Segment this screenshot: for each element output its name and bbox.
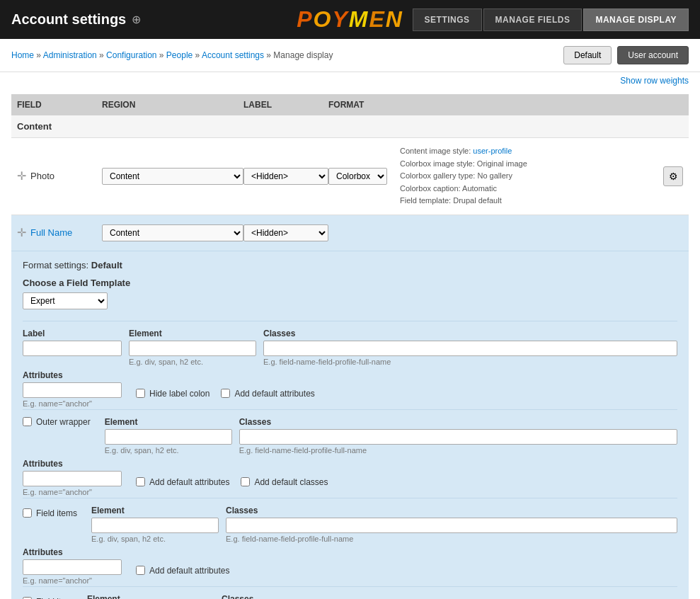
- row-weights-bar: Show row weights: [0, 72, 700, 89]
- classes-col-1: Classes E.g. field-name-field-profile-fu…: [263, 329, 677, 366]
- field-items-label[interactable]: Field items: [23, 508, 77, 518]
- format-settings-value: Default: [91, 260, 122, 270]
- content-section-label: Content: [11, 115, 689, 138]
- drag-handle-fullname[interactable]: ✛: [17, 226, 26, 239]
- items-element-input[interactable]: [91, 518, 219, 533]
- checkboxes-row-3: Add default attributes: [136, 563, 229, 576]
- breadcrumb-current: Manage display: [273, 50, 333, 60]
- col-format: FORMAT: [328, 100, 683, 110]
- attrs-input-3[interactable]: [23, 559, 122, 575]
- view-user-account-button[interactable]: User account: [617, 46, 689, 64]
- fullname-label-select[interactable]: <Hidden> Above Inline: [243, 224, 328, 241]
- nav-manage-display[interactable]: MANAGE DISPLAY: [583, 8, 689, 31]
- items-element-hint: E.g. div, span, h2 etc.: [91, 535, 219, 543]
- item-element-classes-row: Element E.g. div, span, h2 etc. Classes …: [87, 594, 677, 599]
- nav-manage-fields[interactable]: MANAGE FIELDS: [483, 8, 583, 31]
- add-default-attrs-checkbox-1[interactable]: [221, 389, 230, 398]
- view-default-button[interactable]: Default: [563, 46, 612, 64]
- choose-template-label: Choose a Field Template: [23, 278, 677, 288]
- header: Account settings ⊕ POYMEN SETTINGS MANAG…: [0, 0, 700, 39]
- items-classes-hint: E.g. field-name-field-profile-full-name: [226, 535, 677, 543]
- photo-label-select[interactable]: <Hidden> Above Inline: [243, 168, 328, 185]
- photo-label: Photo: [30, 171, 54, 181]
- field-name-fullname: ✛ Full Name: [17, 226, 102, 239]
- breadcrumb-configuration[interactable]: Configuration: [106, 50, 156, 60]
- show-row-weights-link[interactable]: Show row weights: [620, 76, 689, 86]
- breadcrumb-home[interactable]: Home: [11, 50, 34, 60]
- items-element-classes-row: Element E.g. div, span, h2 etc. Classes …: [91, 506, 677, 543]
- add-default-attrs-label-2[interactable]: Add default attributes: [136, 477, 229, 487]
- main-content: FIELD REGION LABEL FORMAT Content ✛ Phot…: [0, 94, 700, 599]
- element-input-1[interactable]: [129, 341, 256, 356]
- add-default-attrs-checkbox-3[interactable]: [136, 566, 145, 575]
- attrs-input-1[interactable]: [23, 382, 122, 398]
- breadcrumb-administration[interactable]: Administration: [43, 50, 97, 60]
- nav-settings[interactable]: SETTINGS: [413, 8, 482, 31]
- attrs-col-2: Attributes E.g. name="anchor": [23, 459, 122, 496]
- checkboxes-row-1: Hide label colon Add default attributes: [136, 386, 315, 399]
- field-row-fullname-main: ✛ Full Name Content Hidden <Hidden> Abov…: [11, 215, 689, 251]
- outer-wrapper-checkbox[interactable]: [23, 417, 32, 426]
- add-default-classes-checkbox[interactable]: [241, 477, 250, 486]
- items-classes-label: Classes: [226, 506, 677, 515]
- colorbox-caption: Colorbox caption: Automatic: [400, 183, 658, 195]
- outer-wrapper-label[interactable]: Outer wrapper: [23, 417, 91, 427]
- template-select[interactable]: Expert Default Hidden: [23, 292, 108, 309]
- attrs-hint-2: E.g. name="anchor": [23, 488, 122, 496]
- col-region: REGION: [102, 100, 243, 110]
- add-icon[interactable]: ⊕: [132, 13, 141, 26]
- hide-label-colon-checkbox[interactable]: [136, 389, 145, 398]
- template-section-4: Field item Element E.g. div, span, h2 et…: [23, 586, 677, 599]
- classes-input-1[interactable]: [263, 341, 677, 356]
- logo: POYMEN: [297, 6, 403, 33]
- add-default-attrs-checkbox-2[interactable]: [136, 477, 145, 486]
- field-template: Field template: Drupal default: [400, 195, 658, 207]
- breadcrumb-bar: Home » Administration » Configuration » …: [0, 39, 700, 72]
- outer-element-input[interactable]: [105, 429, 232, 445]
- outer-wrapper-element-classes: Element E.g. div, span, h2 etc. Classes …: [105, 417, 677, 455]
- items-classes-input[interactable]: [226, 518, 677, 533]
- outer-classes-input[interactable]: [239, 429, 677, 445]
- attrs-hint-1: E.g. name="anchor": [23, 399, 122, 408]
- add-default-attrs-label-3[interactable]: Add default attributes: [136, 566, 229, 576]
- outer-element-label: Element: [105, 417, 232, 427]
- colorbox-image-style: Original image: [477, 159, 527, 168]
- hide-label-colon-label[interactable]: Hide label colon: [136, 389, 210, 399]
- header-nav: SETTINGS MANAGE FIELDS MANAGE DISPLAY: [413, 8, 689, 31]
- table-headers: FIELD REGION LABEL FORMAT: [11, 94, 689, 115]
- items-element-label: Element: [91, 506, 219, 515]
- format-settings-panel: Format settings: Default Choose a Field …: [11, 251, 689, 599]
- label-input[interactable]: [23, 341, 122, 356]
- photo-gear-button[interactable]: ⚙: [663, 166, 683, 186]
- photo-region-cell: Content Hidden: [102, 168, 243, 185]
- col-label: LABEL: [243, 100, 328, 110]
- field-row-fullname: ✛ Full Name Content Hidden <Hidden> Abov…: [11, 215, 689, 599]
- field-name-photo: ✛ Photo: [17, 169, 102, 183]
- outer-classes-label: Classes: [239, 417, 677, 427]
- element-col-1: Element E.g. div, span, h2 etc.: [129, 329, 256, 366]
- breadcrumb-account-settings[interactable]: Account settings: [202, 50, 264, 60]
- add-default-classes-label[interactable]: Add default classes: [241, 477, 328, 487]
- breadcrumb-people[interactable]: People: [166, 50, 193, 60]
- fullname-region-select[interactable]: Content Hidden: [102, 224, 243, 241]
- content-image-style-link[interactable]: user-profile: [473, 147, 512, 155]
- photo-info: Content image style: user-profile Colorb…: [400, 145, 658, 207]
- item-element-col: Element E.g. div, span, h2 etc.: [87, 594, 214, 599]
- app-title: Account settings: [11, 11, 126, 28]
- fullname-region-cell: Content Hidden: [102, 224, 243, 241]
- attrs-col-1: Attributes E.g. name="anchor": [23, 370, 122, 408]
- photo-format-select[interactable]: Colorbox Image Hidden: [328, 168, 387, 185]
- drag-handle-photo[interactable]: ✛: [17, 169, 26, 183]
- add-default-attrs-label-1[interactable]: Add default attributes: [221, 389, 314, 399]
- breadcrumb: Home » Administration » Configuration » …: [11, 50, 333, 60]
- attrs-col-3: Attributes E.g. name="anchor": [23, 547, 122, 585]
- field-item-element-classes: Element E.g. div, span, h2 etc. Classes …: [87, 594, 677, 599]
- photo-region-select[interactable]: Content Hidden: [102, 168, 243, 185]
- attrs-input-2[interactable]: [23, 471, 122, 486]
- breadcrumb-actions: Default User account: [563, 46, 689, 64]
- photo-format-cell: Colorbox Image Hidden Content image styl…: [328, 145, 683, 207]
- item-element-label: Element: [87, 594, 214, 599]
- label-field-label: Label: [23, 329, 122, 338]
- item-classes-label: Classes: [222, 594, 677, 599]
- field-items-checkbox[interactable]: [23, 508, 32, 518]
